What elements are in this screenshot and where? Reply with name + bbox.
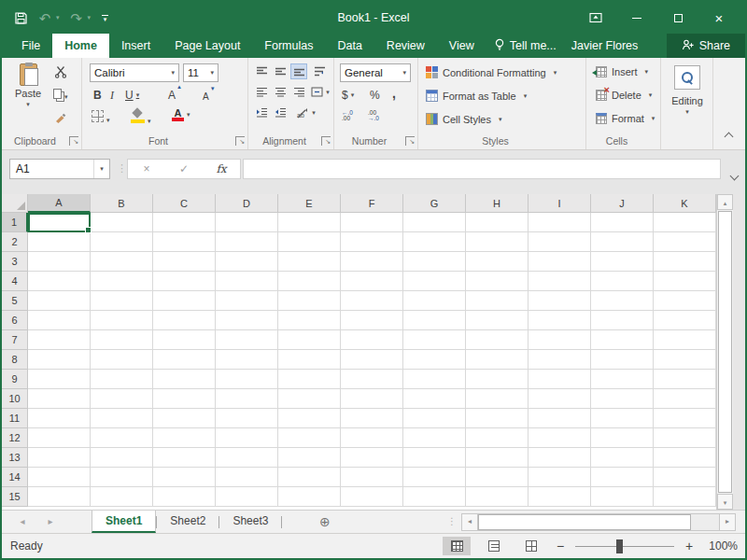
cell-I15[interactable] (529, 487, 591, 507)
cell-I8[interactable] (529, 350, 591, 370)
cell-H4[interactable] (466, 272, 529, 291)
cell-I2[interactable] (529, 232, 591, 252)
cell-E7[interactable] (278, 330, 341, 350)
cell-I3[interactable] (529, 252, 591, 272)
column-header-I[interactable]: I (529, 194, 591, 213)
account-name[interactable]: Javier Flores (564, 34, 646, 58)
cell-F6[interactable] (341, 311, 403, 330)
cell-E4[interactable] (278, 272, 341, 291)
cell-F3[interactable] (341, 252, 403, 272)
comma-style-button[interactable]: , (392, 84, 396, 103)
tab-review[interactable]: Review (374, 34, 437, 58)
horizontal-scrollbar[interactable]: ◂ ▸ (461, 513, 736, 531)
cell-D11[interactable] (216, 409, 278, 428)
column-header-B[interactable]: B (91, 194, 153, 213)
cell-G14[interactable] (403, 468, 466, 487)
bottom-align-button[interactable] (290, 63, 307, 79)
cell-A4[interactable] (28, 272, 91, 291)
cell-H11[interactable] (466, 409, 529, 428)
cell-K12[interactable] (654, 428, 716, 448)
middle-align-button[interactable] (272, 63, 289, 79)
cell-J14[interactable] (591, 468, 654, 487)
row-header-7[interactable]: 7 (2, 330, 28, 350)
cell-B4[interactable] (91, 272, 153, 291)
clipboard-dialog-launcher[interactable]: ↘ (69, 136, 78, 146)
close-button[interactable]: × (698, 2, 740, 34)
cell-J6[interactable] (591, 311, 654, 330)
cell-J4[interactable] (591, 272, 654, 291)
cell-H15[interactable] (466, 487, 529, 507)
cell-H2[interactable] (466, 232, 529, 252)
sheet-tab-sheet1[interactable]: Sheet1 (92, 511, 156, 533)
cell-I5[interactable] (529, 291, 591, 311)
row-header-5[interactable]: 5 (2, 291, 28, 311)
row-header-15[interactable]: 15 (2, 487, 28, 507)
cell-D9[interactable] (216, 370, 278, 389)
cell-J8[interactable] (591, 350, 654, 370)
enter-button[interactable]: ✓ (165, 160, 203, 178)
cell-J12[interactable] (591, 428, 654, 448)
scroll-down-icon[interactable]: ▾ (717, 494, 733, 510)
cell-K11[interactable] (654, 409, 716, 428)
cell-I12[interactable] (529, 428, 591, 448)
cell-I9[interactable] (529, 370, 591, 389)
cell-J1[interactable] (591, 213, 654, 232)
cell-G7[interactable] (403, 330, 466, 350)
format-cells-button[interactable]: Format (596, 113, 655, 124)
sheet-nav-left-icon[interactable]: ◂ (15, 511, 30, 533)
tab-page-layout[interactable]: Page Layout (162, 34, 252, 58)
cell-A1[interactable] (28, 213, 91, 232)
cell-I6[interactable] (529, 311, 591, 330)
cell-G10[interactable] (403, 389, 466, 409)
cell-J10[interactable] (591, 389, 654, 409)
cell-H7[interactable] (466, 330, 529, 350)
cell-B7[interactable] (91, 330, 153, 350)
cell-B6[interactable] (91, 311, 153, 330)
row-header-8[interactable]: 8 (2, 350, 28, 370)
column-header-G[interactable]: G (403, 194, 466, 213)
cell-J7[interactable] (591, 330, 654, 350)
cell-B5[interactable] (91, 291, 153, 311)
cell-H14[interactable] (466, 468, 529, 487)
cell-I14[interactable] (529, 468, 591, 487)
cut-button[interactable] (54, 65, 67, 80)
cell-E14[interactable] (278, 468, 341, 487)
italic-button[interactable]: I (110, 86, 114, 105)
cell-K15[interactable] (654, 487, 716, 507)
cell-K7[interactable] (654, 330, 716, 350)
cell-C4[interactable] (153, 272, 216, 291)
insert-cells-button[interactable]: Insert (596, 66, 648, 77)
minimize-button[interactable] (616, 2, 657, 34)
cell-I1[interactable] (529, 213, 591, 232)
accounting-format-button[interactable]: $ (342, 86, 354, 105)
cell-J13[interactable] (591, 448, 654, 468)
cell-E11[interactable] (278, 409, 341, 428)
cell-K6[interactable] (654, 311, 716, 330)
cell-H10[interactable] (466, 389, 529, 409)
row-header-3[interactable]: 3 (2, 252, 28, 272)
cell-A8[interactable] (28, 350, 91, 370)
cell-H3[interactable] (466, 252, 529, 272)
row-header-2[interactable]: 2 (2, 232, 28, 252)
editing-group-button[interactable]: Editing ▾ (674, 65, 700, 116)
fill-color-button[interactable] (131, 109, 151, 125)
paste-button[interactable]: Paste ▾ (7, 63, 49, 108)
cell-H12[interactable] (466, 428, 529, 448)
cell-I7[interactable] (529, 330, 591, 350)
cell-C1[interactable] (153, 213, 216, 232)
cell-D10[interactable] (216, 389, 278, 409)
column-header-H[interactable]: H (466, 194, 529, 213)
tab-file[interactable]: File (9, 34, 52, 58)
cell-C6[interactable] (153, 311, 216, 330)
cell-G8[interactable] (403, 350, 466, 370)
cell-D2[interactable] (216, 232, 278, 252)
cell-D5[interactable] (216, 291, 278, 311)
row-header-13[interactable]: 13 (2, 448, 28, 468)
cell-F5[interactable] (341, 291, 403, 311)
tab-insert[interactable]: Insert (109, 34, 162, 58)
cell-E8[interactable] (278, 350, 341, 370)
cell-G1[interactable] (403, 213, 466, 232)
cancel-button[interactable]: × (128, 160, 165, 178)
tell-me-box[interactable]: Tell me... (486, 34, 564, 58)
column-header-C[interactable]: C (153, 194, 216, 213)
